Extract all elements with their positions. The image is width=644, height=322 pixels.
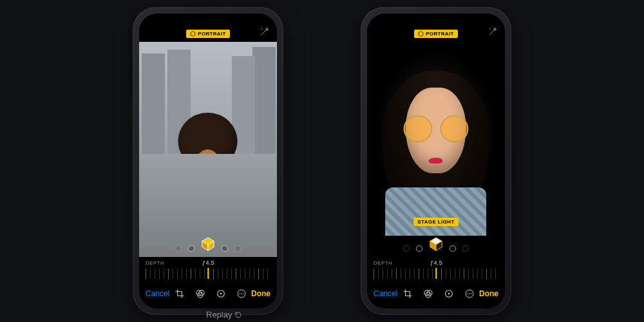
slider-thumb-icon	[207, 268, 209, 279]
device-notch	[177, 14, 239, 26]
phone-left: PORTRAIT	[133, 7, 283, 315]
adjust-icon	[216, 289, 226, 299]
more-icon	[236, 289, 247, 299]
lighting-option[interactable]	[403, 245, 410, 252]
portrait-photo	[139, 42, 277, 257]
demo-stage: PORTRAIT	[0, 0, 644, 322]
adjust-button[interactable]	[216, 289, 226, 299]
screen: PORTRAIT STAGE LIGHT	[367, 14, 505, 308]
portrait-mode-badge[interactable]: PORTRAIT	[414, 30, 457, 38]
svg-point-10	[239, 293, 240, 294]
crop-button[interactable]	[402, 289, 413, 299]
portrait-mode-label: PORTRAIT	[426, 31, 453, 37]
portrait-mode-badge[interactable]: PORTRAIT	[186, 30, 229, 38]
lighting-option[interactable]	[175, 245, 182, 252]
cancel-button[interactable]: Cancel	[146, 289, 169, 298]
cube-icon	[201, 236, 215, 252]
screen: PORTRAIT	[139, 14, 277, 308]
photo-subject	[164, 124, 252, 244]
auto-enhance-button[interactable]	[260, 27, 269, 38]
depth-label: DEPTH	[374, 260, 392, 266]
filters-button[interactable]	[423, 289, 433, 299]
adjust-button[interactable]	[444, 289, 454, 299]
svg-point-25	[471, 293, 472, 294]
lighting-option-selected[interactable]	[429, 236, 443, 252]
slider-thumb-icon	[435, 268, 437, 279]
filters-icon	[423, 289, 433, 299]
svg-point-11	[241, 293, 242, 294]
lighting-name-badge: STAGE LIGHT	[413, 218, 459, 226]
photo-viewport[interactable]: STAGE LIGHT	[367, 42, 505, 257]
svg-marker-13	[419, 32, 423, 37]
replay-label: Replay	[206, 310, 232, 319]
svg-marker-0	[191, 32, 195, 37]
wand-icon	[488, 27, 497, 36]
depth-control: DEPTH ƒ4.5	[139, 257, 277, 283]
replay-icon	[234, 311, 242, 319]
device-notch	[405, 14, 467, 26]
editor-toolbar: Cancel Done	[367, 283, 505, 308]
svg-point-21	[448, 293, 450, 295]
lighting-option[interactable]	[450, 245, 456, 252]
hexagon-icon	[190, 31, 196, 37]
portrait-lighting-dial[interactable]	[139, 236, 277, 252]
portrait-mode-label: PORTRAIT	[198, 31, 225, 37]
lighting-option[interactable]	[234, 245, 241, 252]
auto-enhance-button[interactable]	[488, 27, 497, 38]
portrait-lighting-dial[interactable]	[367, 236, 505, 252]
lighting-option[interactable]	[462, 245, 469, 252]
lighting-option-selected[interactable]	[201, 236, 215, 252]
replay-button[interactable]: Replay	[206, 310, 242, 319]
depth-label: DEPTH	[146, 260, 164, 266]
lighting-option[interactable]	[188, 245, 194, 252]
filters-icon	[195, 289, 205, 299]
adjust-icon	[444, 289, 454, 299]
depth-slider[interactable]	[374, 269, 498, 279]
editor-toolbar: Cancel Done	[139, 283, 277, 308]
phone-right: PORTRAIT STAGE LIGHT	[361, 7, 511, 315]
done-button[interactable]: Done	[251, 289, 270, 298]
more-button[interactable]	[464, 289, 475, 299]
photo-subject	[383, 63, 490, 235]
svg-point-8	[220, 293, 222, 295]
svg-point-24	[469, 293, 470, 294]
lighting-option[interactable]	[416, 245, 422, 252]
crop-button[interactable]	[175, 289, 185, 299]
photo-viewport[interactable]	[139, 42, 277, 257]
hexagon-icon	[418, 31, 424, 37]
crop-icon	[175, 289, 185, 299]
more-icon	[464, 289, 475, 299]
svg-point-12	[243, 293, 244, 294]
more-button[interactable]	[236, 289, 247, 299]
svg-point-23	[467, 293, 468, 294]
depth-value: ƒ4.5	[399, 260, 474, 266]
wand-icon	[260, 27, 269, 36]
depth-value: ƒ4.5	[171, 260, 246, 266]
filters-button[interactable]	[195, 289, 205, 299]
crop-icon	[402, 289, 413, 299]
done-button[interactable]: Done	[479, 289, 498, 298]
depth-slider[interactable]	[146, 269, 270, 279]
cube-icon	[429, 236, 443, 252]
depth-control: DEPTH ƒ4.5	[367, 257, 505, 283]
cancel-button[interactable]: Cancel	[374, 289, 397, 298]
lighting-option[interactable]	[222, 245, 228, 252]
